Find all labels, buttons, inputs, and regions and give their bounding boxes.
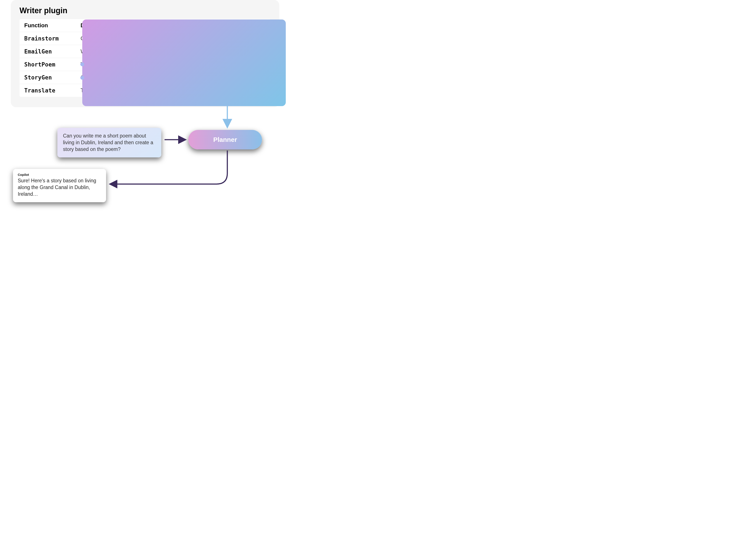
cell-description: Translate the input into a language of y…	[76, 84, 271, 97]
table-row: ShortPoem Turn a scenario into a short a…	[19, 58, 271, 71]
table-header-row: Function Description for model	[19, 19, 271, 32]
table-row: Translate Translate the input into a lan…	[19, 84, 271, 97]
cell-description: Given a goal or topic description genera…	[76, 32, 271, 45]
table-row: StoryGen Generate a list of synopsis for…	[19, 71, 271, 84]
cell-description: Generate a list of synopsis for a novel …	[76, 71, 271, 84]
response-body: Sure! Here's a story based on living alo…	[18, 177, 101, 197]
cell-description: Turn a scenario into a short and enterta…	[76, 58, 271, 71]
header-function: Function	[19, 19, 76, 32]
cell-function: Brainstorm	[19, 32, 76, 45]
prompt-text: Can you write me a short poem about livi…	[63, 133, 153, 152]
plugin-card: Writer plugin Function Description for m…	[11, 0, 279, 107]
user-prompt-bubble: Can you write me a short poem about livi…	[57, 128, 161, 157]
diagram-stage: Writer plugin Function Description for m…	[0, 0, 301, 213]
response-sender: Copilot	[18, 173, 101, 177]
planner-label: Planner	[213, 136, 237, 143]
planner-node: Planner	[188, 130, 262, 150]
cell-function: StoryGen	[19, 71, 76, 84]
copilot-response-card: Copilot Sure! Here's a story based on li…	[13, 169, 106, 202]
cell-description: Write an email from the given bullet poi…	[76, 45, 271, 58]
cell-function: Translate	[19, 84, 76, 97]
cell-function: ShortPoem	[19, 58, 76, 71]
header-description: Description for model	[76, 19, 271, 32]
cell-function: EmailGen	[19, 45, 76, 58]
table-row: EmailGen Write an email from the given b…	[19, 45, 271, 58]
table-row: Brainstorm Given a goal or topic descrip…	[19, 32, 271, 45]
plugin-table: Function Description for model Brainstor…	[19, 19, 271, 97]
plugin-title: Writer plugin	[19, 6, 271, 15]
